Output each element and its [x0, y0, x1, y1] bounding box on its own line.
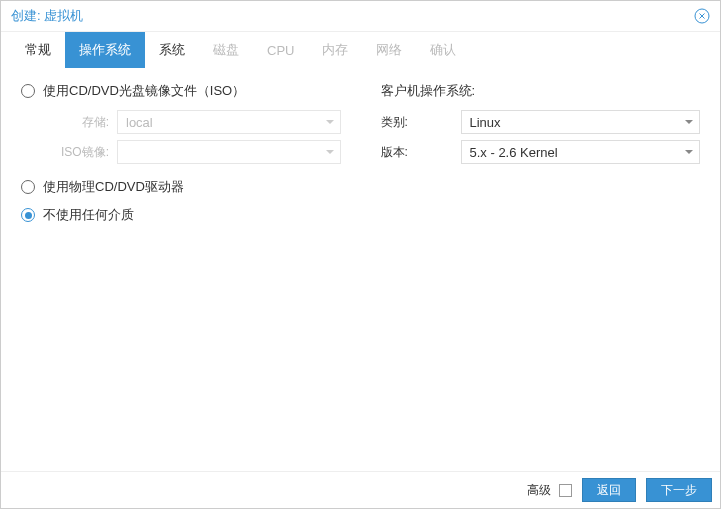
iso-label: ISO镜像:	[43, 144, 117, 161]
radio-use-physical[interactable]: 使用物理CD/DVD驱动器	[21, 178, 341, 196]
dialog-content: 使用CD/DVD光盘镜像文件（ISO） 存储: local ISO镜像:	[1, 68, 720, 471]
storage-value: local	[126, 115, 153, 130]
storage-row: 存储: local	[43, 110, 341, 134]
os-type-value: Linux	[470, 115, 501, 130]
right-column: 客户机操作系统: 类别: Linux 版本: 5.x - 2.6 Kernel	[381, 82, 701, 457]
tab-confirm: 确认	[416, 32, 470, 68]
tab-disk: 磁盘	[199, 32, 253, 68]
radio-icon	[21, 84, 35, 98]
storage-label: 存储:	[43, 114, 117, 131]
radio-icon	[21, 180, 35, 194]
tab-system[interactable]: 系统	[145, 32, 199, 68]
advanced-label: 高级	[527, 482, 551, 499]
radio-no-media[interactable]: 不使用任何介质	[21, 206, 341, 224]
tab-memory: 内存	[308, 32, 362, 68]
guest-os-title: 客户机操作系统:	[381, 82, 701, 100]
os-type-label: 类别:	[381, 114, 461, 131]
radio-icon-selected	[21, 208, 35, 222]
iso-row: ISO镜像:	[43, 140, 341, 164]
chevron-down-icon	[326, 150, 334, 154]
tab-os[interactable]: 操作系统	[65, 32, 145, 68]
os-version-value: 5.x - 2.6 Kernel	[470, 145, 558, 160]
radio-label: 不使用任何介质	[43, 206, 134, 224]
chevron-down-icon	[685, 120, 693, 124]
os-type-row: 类别: Linux	[381, 110, 701, 134]
chevron-down-icon	[326, 120, 334, 124]
radio-label: 使用物理CD/DVD驱动器	[43, 178, 184, 196]
chevron-down-icon	[685, 150, 693, 154]
os-version-select[interactable]: 5.x - 2.6 Kernel	[461, 140, 701, 164]
advanced-checkbox[interactable]	[559, 484, 572, 497]
iso-select	[117, 140, 341, 164]
radio-use-iso[interactable]: 使用CD/DVD光盘镜像文件（ISO）	[21, 82, 341, 100]
close-icon[interactable]	[694, 8, 710, 24]
tab-network: 网络	[362, 32, 416, 68]
create-vm-dialog: 创建: 虚拟机 常规 操作系统 系统 磁盘 CPU 内存 网络 确认 使用CD/…	[0, 0, 721, 509]
next-button[interactable]: 下一步	[646, 478, 712, 502]
os-version-row: 版本: 5.x - 2.6 Kernel	[381, 140, 701, 164]
tab-general[interactable]: 常规	[11, 32, 65, 68]
dialog-title: 创建: 虚拟机	[11, 7, 83, 25]
left-column: 使用CD/DVD光盘镜像文件（ISO） 存储: local ISO镜像:	[21, 82, 341, 457]
storage-select: local	[117, 110, 341, 134]
iso-sub-fields: 存储: local ISO镜像:	[43, 110, 341, 164]
os-type-select[interactable]: Linux	[461, 110, 701, 134]
back-button[interactable]: 返回	[582, 478, 636, 502]
radio-label: 使用CD/DVD光盘镜像文件（ISO）	[43, 82, 245, 100]
tab-bar: 常规 操作系统 系统 磁盘 CPU 内存 网络 确认	[1, 32, 720, 68]
tab-cpu: CPU	[253, 32, 308, 68]
dialog-footer: 高级 返回 下一步	[1, 471, 720, 508]
os-version-label: 版本:	[381, 144, 461, 161]
dialog-header: 创建: 虚拟机	[1, 1, 720, 32]
